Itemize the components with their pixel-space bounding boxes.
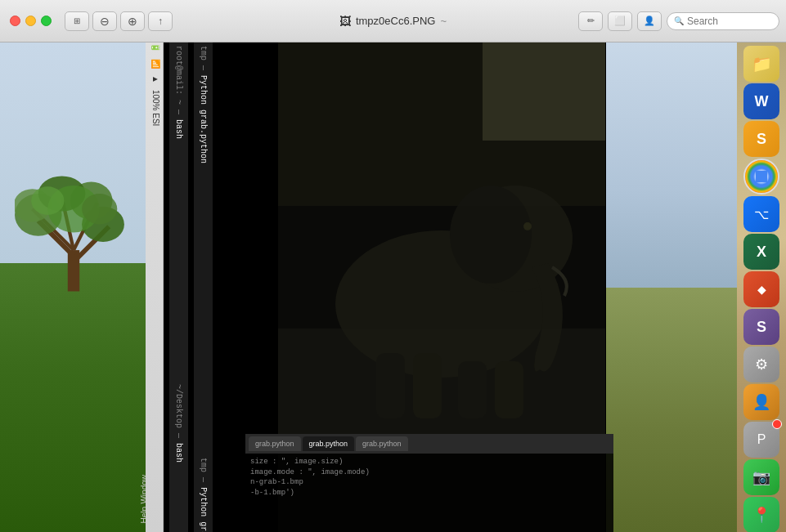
terminal-text-1: size : ", image.size) bbox=[250, 458, 343, 466]
zoom-in-button[interactable]: ⊕ bbox=[120, 11, 145, 31]
minimize-button[interactable] bbox=[25, 16, 36, 26]
word-icon: W bbox=[755, 93, 769, 110]
account-button[interactable]: 👤 bbox=[637, 11, 662, 31]
svg-rect-21 bbox=[413, 353, 442, 418]
export-icon: ⬜ bbox=[614, 16, 626, 26]
sky-area bbox=[606, 42, 737, 288]
dock-icon-sketch[interactable]: S bbox=[743, 121, 779, 157]
account-icon: 👤 bbox=[644, 16, 655, 26]
dock-icon-sketchup[interactable]: ◆ bbox=[743, 271, 779, 307]
percent-label: 100% ESI bbox=[151, 90, 160, 126]
export-button[interactable]: ⬜ bbox=[608, 11, 632, 31]
main-content: 🔋 📶 ▲ 100% ESI tmp — Python grab.python … bbox=[0, 42, 786, 532]
app-badge-icon: P bbox=[757, 432, 766, 447]
grass-area bbox=[606, 288, 737, 533]
traffic-lights bbox=[0, 16, 52, 26]
xcode-icon: ⌥ bbox=[754, 207, 769, 222]
pen-button[interactable]: ✏ bbox=[578, 11, 603, 31]
sketchup-icon: ◆ bbox=[757, 283, 766, 296]
maximize-button[interactable] bbox=[41, 16, 52, 26]
sketch-icon: S bbox=[757, 131, 766, 148]
nature-background bbox=[606, 42, 737, 532]
window-title: tmpz0eCc6.PNG bbox=[356, 15, 436, 27]
terminal-tab-3-label: grab.python bbox=[362, 440, 402, 448]
terminal-line-3: n-grab-1.bmp bbox=[250, 477, 609, 488]
svg-point-13 bbox=[82, 194, 117, 224]
terminal-tab-bar: grab.python grab.python grab.python bbox=[245, 434, 613, 454]
terminal-text-3: n-grab-1.bmp bbox=[250, 478, 303, 486]
terminal-line-2: image.mode : ", image.mode) bbox=[250, 467, 609, 478]
scrivener-icon: S bbox=[757, 319, 766, 336]
bottom-terminal: grab.python grab.python grab.python size… bbox=[245, 434, 613, 532]
contacts-icon: 👤 bbox=[752, 393, 770, 411]
maps-icon: 📍 bbox=[752, 506, 770, 524]
status-strip: 🔋 📶 ▲ 100% ESI bbox=[146, 42, 164, 532]
svg-point-19 bbox=[450, 186, 532, 284]
terminal-tab-2-label: grab.python bbox=[309, 440, 348, 448]
title-suffix: ~ bbox=[440, 15, 447, 27]
pen-icon: ✏ bbox=[587, 16, 595, 26]
dock-icon-chrome[interactable] bbox=[743, 159, 779, 194]
system-prefs-icon: ⚙ bbox=[755, 355, 768, 373]
dock-icon-system-prefs[interactable]: ⚙ bbox=[743, 346, 779, 382]
svg-point-24 bbox=[523, 222, 532, 230]
title-bar: ⊞ ⊖ ⊕ ↑ 🖼 tmpz0eCc6.PNG ~ ✏ ⬜ 👤 🔍 bbox=[0, 0, 786, 42]
notification-badge bbox=[772, 419, 782, 429]
zoom-out-button[interactable]: ⊖ bbox=[92, 11, 117, 31]
svg-rect-25 bbox=[483, 42, 605, 141]
share-button[interactable]: ↑ bbox=[148, 11, 173, 31]
terminal-line-4: -b-1.bmp') bbox=[250, 488, 609, 498]
wifi-icon: 📶 bbox=[151, 59, 160, 69]
dock-icon-app-badge[interactable]: P bbox=[743, 422, 779, 458]
terminal-body: size : ", image.size) image.mode : ", im… bbox=[245, 454, 613, 501]
dock-icon-maps[interactable]: 📍 bbox=[743, 497, 779, 532]
dock-icon-word[interactable]: W bbox=[743, 83, 779, 119]
dock-panel: 📁 W S ⌥ X ◆ S bbox=[737, 42, 786, 532]
dock-icon-contacts[interactable]: 👤 bbox=[743, 384, 779, 420]
excel-icon: X bbox=[757, 244, 766, 261]
toolbar-right: ✏ ⬜ 👤 🔍 bbox=[578, 11, 779, 31]
search-icon: 🔍 bbox=[674, 16, 684, 25]
svg-rect-23 bbox=[495, 361, 523, 418]
status-strip-content: 🔋 📶 ▲ 100% ESI bbox=[148, 42, 164, 126]
search-input[interactable] bbox=[687, 16, 772, 27]
terminal-line-1: size : ", image.size) bbox=[250, 457, 609, 467]
terminal-tab-1[interactable]: grab.python bbox=[249, 436, 301, 451]
close-button[interactable] bbox=[10, 16, 20, 26]
terminal-content-2: root@mail: ~ — bash ~/Desktop — bash bbox=[169, 42, 188, 532]
signal-icon: ▲ bbox=[151, 75, 160, 83]
terminal-content-3: tmp — Python grab.python tmp — Python gr… bbox=[194, 42, 213, 532]
share-icon: ↑ bbox=[158, 16, 163, 27]
tree-svg bbox=[15, 92, 132, 385]
terminal-tab-3[interactable]: grab.python bbox=[356, 436, 408, 451]
dock-icon-folder[interactable]: 📁 bbox=[743, 46, 779, 82]
dock-icon-xcode[interactable]: ⌥ bbox=[743, 196, 779, 232]
dock-icon-facetime[interactable]: 📷 bbox=[743, 459, 779, 495]
terminal-text-4: -b-1.bmp') bbox=[250, 489, 294, 497]
battery-icon: 🔋 bbox=[151, 42, 160, 52]
zoom-in-icon: ⊕ bbox=[128, 15, 137, 28]
dock-icon-excel[interactable]: X bbox=[743, 234, 779, 270]
dock-icon-scrivener[interactable]: S bbox=[743, 309, 779, 345]
facetime-icon: 📷 bbox=[752, 468, 770, 486]
file-icon: 🖼 bbox=[339, 15, 351, 28]
search-bar[interactable]: 🔍 bbox=[667, 12, 779, 30]
toolbar-left: ⊞ ⊖ ⊕ ↑ bbox=[52, 11, 173, 31]
chrome-icon bbox=[756, 171, 767, 182]
tree-nature-area bbox=[0, 42, 147, 532]
svg-point-12 bbox=[31, 186, 64, 215]
zoom-out-icon: ⊖ bbox=[100, 15, 110, 28]
svg-rect-20 bbox=[376, 353, 405, 418]
terminal-text-2: image.mode : ", image.mode) bbox=[250, 468, 370, 476]
window-title-area: 🖼 tmpz0eCc6.PNG ~ bbox=[339, 15, 447, 28]
view-toggle-button[interactable]: ⊞ bbox=[65, 11, 89, 31]
terminal-tab-1-label: grab.python bbox=[255, 440, 294, 448]
terminal-tab-2[interactable]: grab.python bbox=[303, 436, 355, 451]
svg-rect-22 bbox=[458, 361, 487, 418]
view-toggle-icon: ⊞ bbox=[74, 16, 80, 25]
